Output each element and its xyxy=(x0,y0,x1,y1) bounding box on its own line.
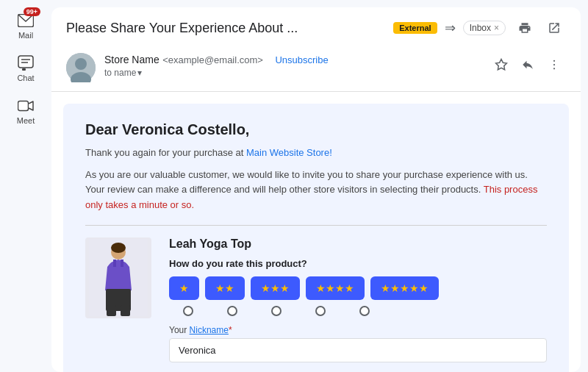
tag-inbox[interactable]: Inbox × xyxy=(463,21,506,35)
svg-marker-9 xyxy=(496,60,507,70)
to-name[interactable]: to name ▾ xyxy=(104,68,481,78)
sender-info: Store Name <example@email.com> Unsubscri… xyxy=(104,53,481,78)
star-btn-1[interactable]: ★ xyxy=(169,276,199,300)
svg-rect-19 xyxy=(107,305,116,316)
chat-icon xyxy=(17,54,35,72)
open-new-tab-button[interactable] xyxy=(542,16,566,40)
product-name: Leah Yoga Top xyxy=(169,237,547,251)
inbox-tag-close[interactable]: × xyxy=(494,23,499,33)
more-options-button[interactable] xyxy=(542,53,566,76)
sender-name-row: Store Name <example@email.com> Unsubscri… xyxy=(104,53,481,66)
avatar xyxy=(66,53,96,82)
product-section: Leah Yoga Top How do you rate this produ… xyxy=(85,237,547,372)
radio-2[interactable] xyxy=(213,306,251,316)
mail-badge: 99+ xyxy=(24,7,40,16)
unsubscribe-link[interactable]: Unsubscribe xyxy=(275,54,328,65)
sender-email: <example@email.com> xyxy=(162,54,263,65)
star-btn-3[interactable]: ★★★ xyxy=(251,276,300,300)
svg-point-10 xyxy=(553,60,555,62)
intro-text: Thank you again for your purchase at Mai… xyxy=(85,146,547,160)
email-title: Please Share Your Experience About ... xyxy=(66,21,386,36)
star-btn-4[interactable]: ★★★★ xyxy=(306,276,365,300)
email-title-row: Please Share Your Experience About ... E… xyxy=(66,16,566,40)
svg-rect-16 xyxy=(113,260,116,267)
sidebar-item-mail[interactable]: 99+ Mail xyxy=(4,7,48,44)
svg-rect-1 xyxy=(18,56,33,68)
mail-icon: 99+ xyxy=(17,12,35,29)
product-info: Leah Yoga Top How do you rate this produ… xyxy=(169,237,547,372)
reply-button[interactable] xyxy=(516,53,539,76)
sender-row: Store Name <example@email.com> Unsubscri… xyxy=(66,46,566,91)
email-content: Dear Veronica Costello, Thank you again … xyxy=(63,104,569,372)
radio-4[interactable] xyxy=(301,306,340,316)
email-main: Please Share Your Experience About ... E… xyxy=(51,0,588,372)
nickname-input[interactable] xyxy=(169,338,547,362)
sender-actions xyxy=(490,53,566,76)
sender-name: Store Name xyxy=(104,54,159,65)
mail-label: Mail xyxy=(18,31,33,40)
tag-external: External xyxy=(393,22,437,34)
header-actions xyxy=(513,16,566,40)
main-website-link[interactable]: Main Website Store! xyxy=(246,147,332,158)
rate-question: How do you rate this product? xyxy=(169,258,547,269)
svg-point-12 xyxy=(553,68,555,69)
svg-rect-17 xyxy=(121,260,123,267)
print-button[interactable] xyxy=(513,16,537,40)
star-button[interactable] xyxy=(490,53,513,76)
radio-row xyxy=(169,306,547,316)
body-text: As you are our valuable customer, we wou… xyxy=(85,168,547,213)
svg-point-11 xyxy=(553,64,555,65)
svg-point-15 xyxy=(111,243,126,253)
svg-rect-5 xyxy=(18,101,29,111)
svg-point-7 xyxy=(75,58,87,70)
meet-label: Meet xyxy=(17,116,35,125)
radio-5[interactable] xyxy=(345,306,384,316)
sidebar-item-meet[interactable]: Meet xyxy=(4,93,48,129)
section-divider xyxy=(85,225,547,226)
stars-row: ★ ★★ ★★★ ★★★★ ★★★★★ xyxy=(169,276,547,300)
chat-label: Chat xyxy=(17,74,34,82)
greeting: Dear Veronica Costello, xyxy=(85,121,547,138)
svg-rect-20 xyxy=(121,305,130,316)
sidebar: 99+ Mail Chat Meet xyxy=(0,0,51,372)
email-body: Dear Veronica Costello, Thank you again … xyxy=(51,92,581,372)
radio-3[interactable] xyxy=(257,306,295,316)
nickname-section: Your Nickname* xyxy=(169,325,547,362)
sidebar-item-chat[interactable]: Chat xyxy=(4,50,48,87)
star-btn-5[interactable]: ★★★★★ xyxy=(370,276,439,300)
chevron-down-icon: ▾ xyxy=(137,68,142,78)
star-btn-2[interactable]: ★★ xyxy=(205,276,245,300)
email-header: Please Share Your Experience About ... E… xyxy=(51,7,581,92)
radio-1[interactable] xyxy=(169,306,207,316)
redirect-icon: ⇒ xyxy=(445,20,456,36)
product-image xyxy=(85,237,151,318)
nickname-label: Your Nickname* xyxy=(169,325,547,335)
svg-rect-2 xyxy=(22,68,26,71)
meet-icon xyxy=(17,97,35,115)
